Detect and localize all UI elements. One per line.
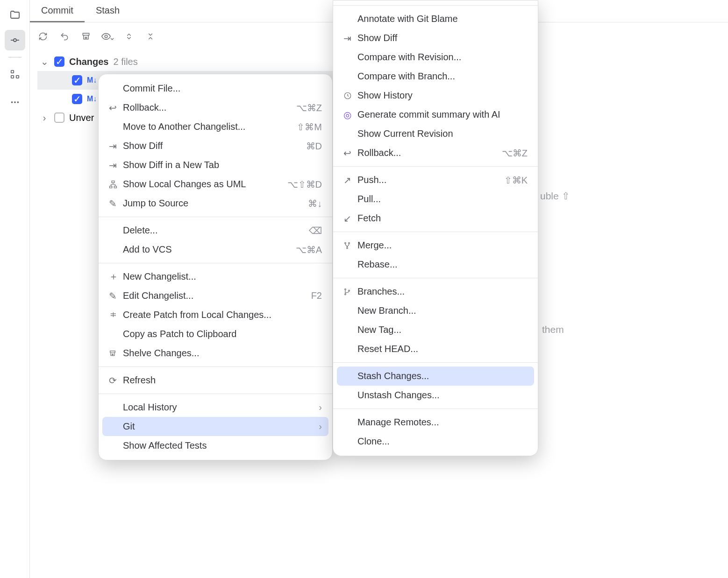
collapse-icon[interactable] [144, 30, 157, 43]
svg-point-8 [17, 101, 19, 103]
menu-separator [333, 409, 538, 409]
menu-compare-branch[interactable]: Compare with Branch... [333, 67, 538, 86]
menu-manage-remotes[interactable]: Manage Remotes... [333, 413, 538, 432]
push-icon: ↗ [343, 175, 357, 186]
chevron-right-icon: › [319, 402, 322, 413]
menu-pull[interactable]: Pull... [333, 190, 538, 209]
menu-fetch[interactable]: ↙Fetch [333, 209, 538, 228]
menu-separator [333, 232, 538, 232]
menu-commit-file[interactable]: Commit File... [99, 79, 332, 98]
menu-show-diff-tab[interactable]: ⇥Show Diff in a New Tab [99, 155, 332, 175]
rail-divider [8, 57, 21, 57]
structure-icon[interactable] [5, 64, 25, 85]
modified-badge-icon: M↓ [87, 76, 97, 85]
svg-point-17 [345, 289, 346, 290]
menu-rollback[interactable]: ↩Rollback...⌥⌘Z [99, 98, 332, 117]
project-folder-icon[interactable] [5, 5, 25, 25]
commit-tool-icon[interactable] [5, 30, 25, 50]
diff-icon: ⇥ [109, 160, 123, 171]
menu-clone[interactable]: Clone... [333, 432, 538, 451]
menu-show-history[interactable]: Show History [333, 86, 538, 105]
expand-icon[interactable] [122, 30, 136, 43]
file-checkbox[interactable]: ✓ [72, 75, 82, 85]
menu-separator [333, 166, 538, 167]
svg-rect-4 [11, 76, 14, 78]
rollback-icon[interactable] [58, 30, 71, 43]
shelve-icon[interactable] [79, 30, 93, 43]
menu-branches[interactable]: Branches... [333, 282, 538, 301]
menu-copy-patch[interactable]: Copy as Patch to Clipboard [99, 324, 332, 344]
svg-rect-12 [114, 186, 116, 188]
show-diff-icon[interactable] [101, 30, 114, 43]
menu-generate-ai[interactable]: ◎Generate commit summary with AI [333, 105, 538, 124]
menu-move-changelist[interactable]: Move to Another Changelist...⇧⌘M [99, 117, 332, 136]
clock-icon [343, 92, 357, 100]
refresh-icon: ⟳ [109, 375, 123, 386]
menu-push[interactable]: ↗Push...⇧⌘K [333, 170, 538, 190]
menu-jump-source[interactable]: ✎Jump to Source⌘↓ [99, 194, 332, 213]
menu-separator [99, 263, 332, 263]
svg-point-14 [345, 242, 346, 244]
context-menu-changes: Commit File... ↩Rollback...⌥⌘Z Move to A… [98, 74, 333, 460]
tab-commit[interactable]: Commit [30, 0, 85, 22]
tab-stash[interactable]: Stash [85, 0, 131, 22]
menu-add-vcs[interactable]: Add to VCS⌥⌘A [99, 240, 332, 259]
menu-rebase[interactable]: Rebase... [333, 255, 538, 274]
menu-edit-changelist[interactable]: ✎Edit Changelist...F2 [99, 286, 332, 305]
menu-show-diff-git[interactable]: ⇥Show Diff [333, 28, 538, 48]
changes-count: 2 files [113, 56, 137, 67]
menu-new-changelist[interactable]: ＋New Changelist... [99, 267, 332, 286]
menu-merge[interactable]: Merge... [333, 236, 538, 255]
menu-separator [99, 367, 332, 367]
menu-reset-head[interactable]: Reset HEAD... [333, 339, 538, 359]
refresh-icon[interactable] [36, 30, 50, 43]
menu-local-history[interactable]: Local History› [99, 398, 332, 417]
svg-rect-3 [11, 70, 14, 73]
svg-point-18 [345, 294, 346, 295]
changes-label: Changes [69, 56, 108, 67]
menu-create-patch[interactable]: ⧧Create Patch from Local Changes... [99, 305, 332, 324]
svg-point-16 [347, 247, 348, 249]
file-checkbox[interactable]: ✓ [72, 94, 82, 104]
rollback-icon: ↩ [109, 102, 123, 113]
left-icon-rail [0, 0, 30, 578]
menu-delete[interactable]: Delete...⌫ [99, 221, 332, 240]
menu-stash-changes[interactable]: Stash Changes... [337, 367, 534, 386]
chevron-right-icon[interactable]: › [39, 113, 50, 123]
menu-annotate[interactable]: Annotate with Git Blame [333, 9, 538, 28]
svg-point-9 [105, 35, 107, 38]
menu-separator [99, 394, 332, 394]
commit-toolbar [36, 26, 157, 47]
menu-new-tag[interactable]: New Tag... [333, 320, 538, 339]
unversioned-checkbox[interactable] [54, 113, 64, 123]
chevron-down-icon[interactable]: ⌄ [39, 56, 50, 67]
menu-git[interactable]: Git› [102, 417, 328, 436]
menu-unstash[interactable]: Unstash Changes... [333, 386, 538, 405]
svg-point-19 [349, 290, 350, 291]
menu-affected-tests[interactable]: Show Affected Tests [99, 436, 332, 455]
menu-show-current-rev[interactable]: Show Current Revision [333, 124, 538, 143]
ai-icon: ◎ [343, 109, 357, 120]
pencil-icon: ✎ [109, 198, 123, 209]
merge-icon [343, 242, 357, 249]
menu-shelve[interactable]: Shelve Changes... [99, 344, 332, 363]
branch-icon [343, 288, 357, 296]
uml-icon [109, 180, 123, 189]
svg-point-15 [349, 242, 350, 244]
changes-node[interactable]: ⌄ ✓ Changes 2 files [37, 52, 336, 71]
menu-show-uml[interactable]: Show Local Changes as UML⌥⇧⌘D [99, 175, 332, 194]
menu-refresh[interactable]: ⟳Refresh [99, 371, 332, 390]
menu-rollback-git[interactable]: ↩Rollback...⌥⌘Z [333, 143, 538, 162]
changes-checkbox[interactable]: ✓ [54, 56, 64, 67]
svg-point-6 [11, 101, 13, 103]
fetch-icon: ↙ [343, 213, 357, 224]
background-hint-double-shift: uble ⇧ [540, 190, 570, 202]
svg-rect-5 [16, 76, 19, 78]
more-icon[interactable] [5, 92, 25, 113]
menu-show-diff[interactable]: ⇥Show Diff⌘D [99, 136, 332, 155]
svg-point-0 [14, 39, 16, 42]
git-submenu: Annotate with Git Blame ⇥Show Diff Compa… [333, 0, 538, 456]
menu-compare-revision[interactable]: Compare with Revision... [333, 48, 538, 67]
rollback-icon: ↩ [343, 148, 357, 159]
menu-new-branch[interactable]: New Branch... [333, 301, 538, 320]
